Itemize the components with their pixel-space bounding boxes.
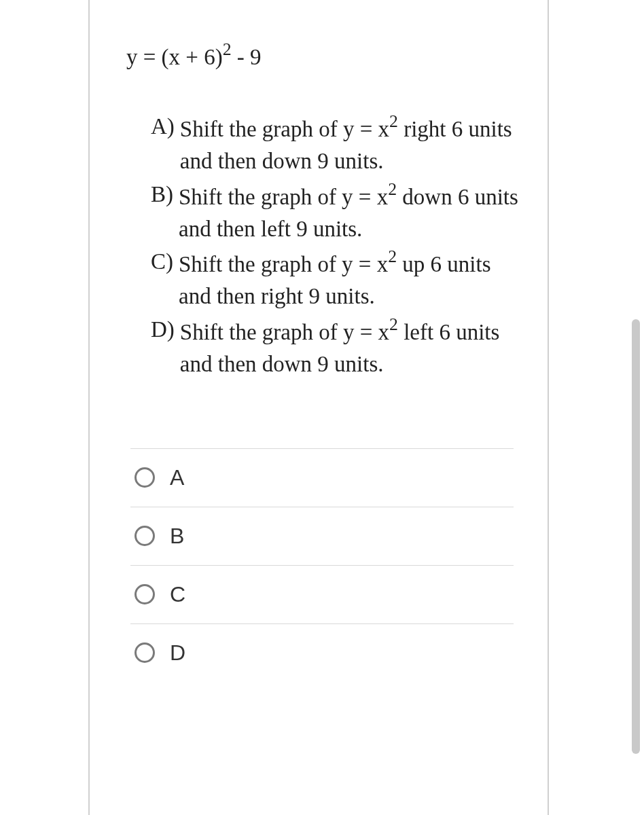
- option-label: C: [170, 582, 185, 607]
- equation-post: - 9: [232, 45, 262, 69]
- choice-c: C) Shift the graph of y = x2 up 6 units …: [151, 246, 520, 312]
- choice-b: B) Shift the graph of y = x2 down 6 unit…: [151, 179, 520, 245]
- choice-a: A) Shift the graph of y = x2 right 6 uni…: [151, 111, 520, 177]
- option-a[interactable]: A: [130, 448, 514, 507]
- choice-text: Shift the graph of y = x2 left 6 units a…: [180, 314, 520, 380]
- question-panel: y = (x + 6)2 - 9 A) Shift the graph of y…: [88, 0, 549, 815]
- answer-options: A B C D: [130, 448, 514, 682]
- option-b[interactable]: B: [130, 507, 514, 565]
- choice-text: Shift the graph of y = x2 up 6 units and…: [179, 246, 520, 312]
- choice-letter: C): [151, 246, 179, 312]
- choice-letter: A): [151, 111, 180, 177]
- option-label: B: [170, 524, 184, 549]
- option-c[interactable]: C: [130, 565, 514, 623]
- radio-icon[interactable]: [135, 467, 155, 488]
- choice-letter: D): [151, 314, 180, 380]
- radio-icon[interactable]: [135, 526, 155, 546]
- choice-letter: B): [151, 179, 179, 245]
- choice-text: Shift the graph of y = x2 right 6 units …: [180, 111, 520, 177]
- option-d[interactable]: D: [130, 623, 514, 682]
- radio-icon[interactable]: [135, 642, 155, 663]
- radio-icon[interactable]: [135, 584, 155, 604]
- choice-text: Shift the graph of y = x2 down 6 units a…: [179, 179, 520, 245]
- answer-descriptions: A) Shift the graph of y = x2 right 6 uni…: [151, 111, 520, 380]
- equation-pre: y = (x + 6): [126, 45, 223, 69]
- scrollbar-thumb[interactable]: [632, 319, 640, 754]
- option-label: D: [170, 640, 185, 666]
- option-label: A: [170, 465, 184, 490]
- choice-d: D) Shift the graph of y = x2 left 6 unit…: [151, 314, 520, 380]
- question-equation: y = (x + 6)2 - 9: [126, 41, 520, 70]
- equation-sup: 2: [223, 39, 232, 59]
